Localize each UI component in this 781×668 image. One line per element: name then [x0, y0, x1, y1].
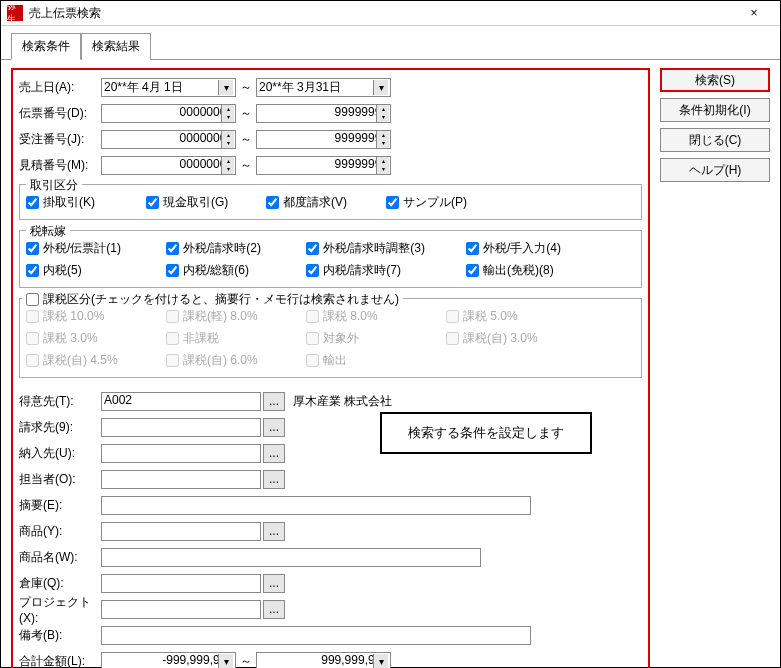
label-remarks: 備考(B):: [19, 627, 99, 644]
project-lookup-button[interactable]: ...: [263, 600, 285, 619]
fieldset-tax: 税転嫁 外税/伝票計(1) 外税/請求時(2) 外税/請求時調整(3) 外税/手…: [19, 230, 642, 288]
cb-tc6: 非課税: [166, 330, 306, 347]
cb-tc10: 課税(自) 6.0%: [166, 352, 306, 369]
summary-input[interactable]: [101, 496, 531, 515]
warehouse-lookup-button[interactable]: ...: [263, 574, 285, 593]
legend-tax: 税転嫁: [26, 223, 70, 240]
label-order-no: 受注番号(J):: [19, 131, 99, 148]
search-button[interactable]: 検索(S): [660, 68, 770, 92]
action-buttons: 検索(S) 条件初期化(I) 閉じる(C) ヘルプ(H): [660, 68, 770, 668]
person-lookup-button[interactable]: ...: [263, 470, 285, 489]
app-icon: 弥生: [7, 5, 23, 21]
label-estimate-no: 見積番号(M):: [19, 157, 99, 174]
cb-cash[interactable]: 現金取引(G): [146, 194, 266, 211]
cb-kake[interactable]: 掛取引(K): [26, 194, 146, 211]
tilde: ～: [238, 105, 254, 122]
product-input[interactable]: [101, 522, 261, 541]
slip-no-to-input[interactable]: 99999999: [256, 104, 391, 123]
person-input[interactable]: [101, 470, 261, 489]
cb-sample[interactable]: サンプル(P): [386, 194, 506, 211]
order-no-from-input[interactable]: 00000000: [101, 130, 236, 149]
slip-no-from-input[interactable]: 00000000: [101, 104, 236, 123]
legend-transaction: 取引区分: [26, 177, 82, 194]
label-sale-date: 売上日(A):: [19, 79, 99, 96]
label-product-name: 商品名(W):: [19, 549, 99, 566]
fieldset-tax-class: 課税区分(チェックを付けると、摘要行・メモ行は検索されません) 課税 10.0%…: [19, 298, 642, 378]
date-to-input[interactable]: 20**年 3月31日: [256, 78, 391, 97]
conditions-panel: 売上日(A): 20**年 4月 1日 ～ 20**年 3月31日 伝票番号(D…: [11, 68, 650, 668]
label-total: 合計金額(L):: [19, 653, 99, 669]
label-warehouse: 倉庫(Q):: [19, 575, 99, 592]
search-dialog: 弥生 売上伝票検索 × 検索条件 検索結果 売上日(A): 20**年 4月 1…: [0, 0, 781, 668]
label-deliver-to: 納入先(U):: [19, 445, 99, 462]
order-no-to-input[interactable]: 99999999: [256, 130, 391, 149]
cb-tax8[interactable]: 輸出(免税)(8): [466, 262, 606, 279]
window-title: 売上伝票検索: [29, 5, 734, 22]
cb-tc4: 課税 5.0%: [446, 308, 586, 325]
bill-to-input[interactable]: [101, 418, 261, 437]
reset-button[interactable]: 条件初期化(I): [660, 98, 770, 122]
cb-tax3[interactable]: 外税/請求時調整(3): [306, 240, 466, 257]
cb-taxclass-enable[interactable]: 課税区分(チェックを付けると、摘要行・メモ行は検索されません): [26, 291, 399, 308]
product-name-input[interactable]: [101, 548, 481, 567]
label-slip-no: 伝票番号(D):: [19, 105, 99, 122]
tab-results[interactable]: 検索結果: [81, 33, 151, 60]
cb-tc7: 対象外: [306, 330, 446, 347]
cb-tc8: 課税(自) 3.0%: [446, 330, 586, 347]
customer-name-display: 厚木産業 株式会社: [293, 393, 392, 410]
product-lookup-button[interactable]: ...: [263, 522, 285, 541]
date-from-input[interactable]: 20**年 4月 1日: [101, 78, 236, 97]
cb-tc1: 課税 10.0%: [26, 308, 166, 325]
titlebar: 弥生 売上伝票検索 ×: [1, 1, 780, 26]
cb-tax4[interactable]: 外税/手入力(4): [466, 240, 606, 257]
remarks-input[interactable]: [101, 626, 531, 645]
tab-conditions[interactable]: 検索条件: [11, 33, 81, 60]
estimate-no-from-input[interactable]: 00000000: [101, 156, 236, 175]
bill-to-lookup-button[interactable]: ...: [263, 418, 285, 437]
cb-tax1[interactable]: 外税/伝票計(1): [26, 240, 166, 257]
tilde: ～: [238, 79, 254, 96]
label-bill-to: 請求先(9):: [19, 419, 99, 436]
cb-tc5: 課税 3.0%: [26, 330, 166, 347]
tilde: ～: [238, 653, 254, 669]
help-button[interactable]: ヘルプ(H): [660, 158, 770, 182]
tilde: ～: [238, 131, 254, 148]
cb-tax6[interactable]: 内税/総額(6): [166, 262, 306, 279]
cb-bill[interactable]: 都度請求(V): [266, 194, 386, 211]
cb-tc9: 課税(自) 4.5%: [26, 352, 166, 369]
label-summary: 摘要(E):: [19, 497, 99, 514]
label-product: 商品(Y):: [19, 523, 99, 540]
total-from-input[interactable]: -999,999,999: [101, 652, 236, 669]
customer-code-input[interactable]: A002: [101, 392, 261, 411]
instruction-overlay: 検索する条件を設定します: [380, 412, 592, 454]
tab-bar: 検索条件 検索結果: [1, 26, 780, 60]
close-icon[interactable]: ×: [734, 1, 774, 25]
project-input[interactable]: [101, 600, 261, 619]
total-to-input[interactable]: 999,999,999: [256, 652, 391, 669]
cb-tax2[interactable]: 外税/請求時(2): [166, 240, 306, 257]
customer-lookup-button[interactable]: ...: [263, 392, 285, 411]
cb-tax5[interactable]: 内税(5): [26, 262, 166, 279]
cb-tc2: 課税(軽) 8.0%: [166, 308, 306, 325]
tilde: ～: [238, 157, 254, 174]
label-project: プロジェクト(X):: [19, 594, 99, 625]
label-person: 担当者(O):: [19, 471, 99, 488]
cb-tc3: 課税 8.0%: [306, 308, 446, 325]
close-button[interactable]: 閉じる(C): [660, 128, 770, 152]
fieldset-transaction: 取引区分 掛取引(K) 現金取引(G) 都度請求(V) サンプル(P): [19, 184, 642, 220]
cb-tc11: 輸出: [306, 352, 446, 369]
cb-tax7[interactable]: 内税/請求時(7): [306, 262, 466, 279]
warehouse-input[interactable]: [101, 574, 261, 593]
deliver-to-lookup-button[interactable]: ...: [263, 444, 285, 463]
deliver-to-input[interactable]: [101, 444, 261, 463]
label-customer: 得意先(T):: [19, 393, 99, 410]
estimate-no-to-input[interactable]: 99999999: [256, 156, 391, 175]
